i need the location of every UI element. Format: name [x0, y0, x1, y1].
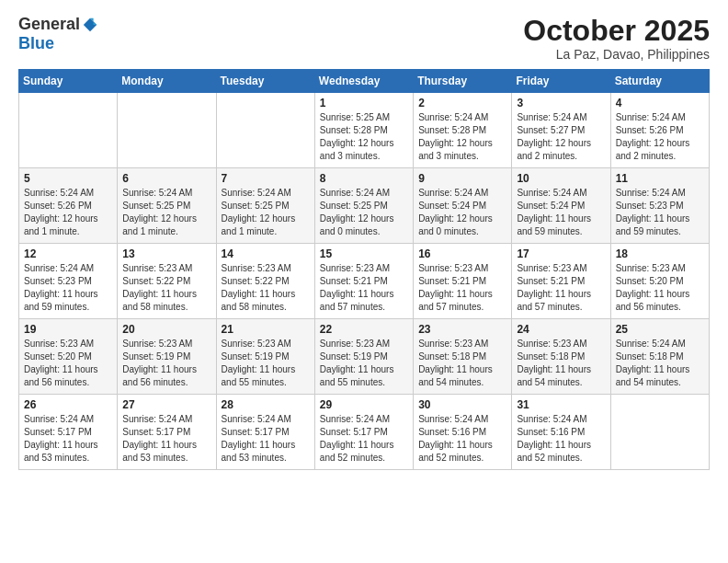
cell-date-number: 13: [122, 247, 210, 260]
page-container: General Blue October 2025 La Paz, Davao,…: [0, 0, 728, 563]
cell-sun-info: Sunrise: 5:23 AM Sunset: 5:21 PM Dayligh…: [517, 262, 605, 314]
cell-sun-info: Sunrise: 5:24 AM Sunset: 5:24 PM Dayligh…: [517, 187, 605, 238]
col-sunday: Sunday: [19, 70, 118, 93]
cell-date-number: 26: [24, 398, 112, 411]
cell-sun-info: Sunrise: 5:23 AM Sunset: 5:22 PM Dayligh…: [222, 262, 310, 314]
cell-sun-info: Sunrise: 5:23 AM Sunset: 5:21 PM Dayligh…: [418, 262, 506, 314]
month-title: October 2025: [523, 15, 710, 47]
cell-sun-info: Sunrise: 5:24 AM Sunset: 5:25 PM Dayligh…: [122, 187, 210, 238]
title-section: October 2025 La Paz, Davao, Philippines: [523, 15, 710, 62]
calendar-week-2: 5Sunrise: 5:24 AM Sunset: 5:26 PM Daylig…: [19, 168, 710, 244]
cell-date-number: 16: [418, 247, 506, 260]
cell-sun-info: Sunrise: 5:23 AM Sunset: 5:20 PM Dayligh…: [24, 338, 112, 389]
cell-date-number: 15: [320, 247, 408, 260]
col-monday: Monday: [118, 70, 216, 93]
cell-date-number: 10: [517, 172, 605, 185]
logo-text: General: [18, 15, 98, 34]
calendar-cell: 16Sunrise: 5:23 AM Sunset: 5:21 PM Dayli…: [414, 244, 512, 319]
col-saturday: Saturday: [610, 70, 709, 93]
calendar-cell: 6Sunrise: 5:24 AM Sunset: 5:25 PM Daylig…: [118, 168, 216, 244]
calendar-cell: 3Sunrise: 5:24 AM Sunset: 5:27 PM Daylig…: [512, 93, 610, 168]
cell-sun-info: Sunrise: 5:24 AM Sunset: 5:24 PM Dayligh…: [418, 187, 506, 238]
cell-date-number: 9: [418, 172, 506, 185]
cell-date-number: 14: [222, 247, 310, 260]
calendar-cell: 8Sunrise: 5:24 AM Sunset: 5:25 PM Daylig…: [314, 168, 413, 244]
calendar-cell: 14Sunrise: 5:23 AM Sunset: 5:22 PM Dayli…: [216, 244, 314, 319]
cell-date-number: 8: [320, 172, 408, 185]
calendar-cell: [118, 93, 216, 168]
cell-date-number: 1: [320, 97, 408, 109]
calendar-cell: 17Sunrise: 5:23 AM Sunset: 5:21 PM Dayli…: [512, 244, 610, 319]
cell-date-number: 11: [616, 172, 704, 185]
cell-date-number: 2: [418, 97, 506, 109]
cell-date-number: 21: [222, 323, 310, 336]
calendar: Sunday Monday Tuesday Wednesday Thursday…: [18, 69, 710, 470]
cell-sun-info: Sunrise: 5:24 AM Sunset: 5:26 PM Dayligh…: [616, 111, 704, 163]
cell-sun-info: Sunrise: 5:25 AM Sunset: 5:28 PM Dayligh…: [320, 111, 408, 163]
cell-sun-info: Sunrise: 5:24 AM Sunset: 5:28 PM Dayligh…: [418, 111, 506, 163]
cell-date-number: 17: [517, 247, 605, 260]
cell-date-number: 24: [517, 323, 605, 336]
cell-sun-info: Sunrise: 5:23 AM Sunset: 5:19 PM Dayligh…: [320, 338, 408, 389]
calendar-cell: 5Sunrise: 5:24 AM Sunset: 5:26 PM Daylig…: [19, 168, 118, 244]
calendar-cell: 12Sunrise: 5:24 AM Sunset: 5:23 PM Dayli…: [19, 244, 118, 319]
cell-sun-info: Sunrise: 5:23 AM Sunset: 5:18 PM Dayligh…: [517, 338, 605, 389]
cell-sun-info: Sunrise: 5:23 AM Sunset: 5:21 PM Dayligh…: [320, 262, 408, 314]
cell-sun-info: Sunrise: 5:24 AM Sunset: 5:17 PM Dayligh…: [122, 413, 210, 465]
cell-sun-info: Sunrise: 5:24 AM Sunset: 5:16 PM Dayligh…: [418, 413, 506, 465]
calendar-cell: 31Sunrise: 5:24 AM Sunset: 5:16 PM Dayli…: [512, 395, 610, 470]
calendar-cell: 19Sunrise: 5:23 AM Sunset: 5:20 PM Dayli…: [19, 319, 118, 395]
cell-sun-info: Sunrise: 5:24 AM Sunset: 5:17 PM Dayligh…: [24, 413, 112, 465]
calendar-cell: 20Sunrise: 5:23 AM Sunset: 5:19 PM Dayli…: [118, 319, 216, 395]
cell-date-number: 22: [320, 323, 408, 336]
cell-date-number: 4: [616, 97, 704, 109]
cell-date-number: 29: [320, 398, 408, 411]
cell-sun-info: Sunrise: 5:24 AM Sunset: 5:23 PM Dayligh…: [616, 187, 704, 238]
calendar-cell: 7Sunrise: 5:24 AM Sunset: 5:25 PM Daylig…: [216, 168, 314, 244]
cell-date-number: 12: [24, 247, 112, 260]
cell-date-number: 25: [616, 323, 704, 336]
cell-sun-info: Sunrise: 5:23 AM Sunset: 5:19 PM Dayligh…: [122, 338, 210, 389]
logo-blue: Blue: [18, 34, 54, 53]
cell-date-number: 30: [418, 398, 506, 411]
calendar-cell: 22Sunrise: 5:23 AM Sunset: 5:19 PM Dayli…: [314, 319, 413, 395]
cell-sun-info: Sunrise: 5:24 AM Sunset: 5:17 PM Dayligh…: [222, 413, 310, 465]
cell-sun-info: Sunrise: 5:23 AM Sunset: 5:18 PM Dayligh…: [418, 338, 506, 389]
calendar-cell: 18Sunrise: 5:23 AM Sunset: 5:20 PM Dayli…: [610, 244, 709, 319]
cell-sun-info: Sunrise: 5:23 AM Sunset: 5:19 PM Dayligh…: [222, 338, 310, 389]
col-friday: Friday: [512, 70, 610, 93]
calendar-cell: 15Sunrise: 5:23 AM Sunset: 5:21 PM Dayli…: [314, 244, 413, 319]
cell-sun-info: Sunrise: 5:24 AM Sunset: 5:25 PM Dayligh…: [320, 187, 408, 238]
calendar-cell: 27Sunrise: 5:24 AM Sunset: 5:17 PM Dayli…: [118, 395, 216, 470]
calendar-cell: 21Sunrise: 5:23 AM Sunset: 5:19 PM Dayli…: [216, 319, 314, 395]
calendar-cell: 29Sunrise: 5:24 AM Sunset: 5:17 PM Dayli…: [314, 395, 413, 470]
calendar-cell: 11Sunrise: 5:24 AM Sunset: 5:23 PM Dayli…: [610, 168, 709, 244]
calendar-cell: 23Sunrise: 5:23 AM Sunset: 5:18 PM Dayli…: [414, 319, 512, 395]
calendar-cell: [610, 395, 709, 470]
cell-date-number: 20: [122, 323, 210, 336]
calendar-cell: 26Sunrise: 5:24 AM Sunset: 5:17 PM Dayli…: [19, 395, 118, 470]
cell-sun-info: Sunrise: 5:24 AM Sunset: 5:26 PM Dayligh…: [24, 187, 112, 238]
calendar-cell: 4Sunrise: 5:24 AM Sunset: 5:26 PM Daylig…: [610, 93, 709, 168]
calendar-week-4: 19Sunrise: 5:23 AM Sunset: 5:20 PM Dayli…: [19, 319, 710, 395]
col-tuesday: Tuesday: [216, 70, 314, 93]
calendar-cell: 28Sunrise: 5:24 AM Sunset: 5:17 PM Dayli…: [216, 395, 314, 470]
cell-date-number: 5: [24, 172, 112, 185]
cell-date-number: 23: [418, 323, 506, 336]
calendar-cell: 30Sunrise: 5:24 AM Sunset: 5:16 PM Dayli…: [414, 395, 512, 470]
cell-date-number: 19: [24, 323, 112, 336]
cell-sun-info: Sunrise: 5:24 AM Sunset: 5:17 PM Dayligh…: [320, 413, 408, 465]
location: La Paz, Davao, Philippines: [523, 47, 710, 62]
col-wednesday: Wednesday: [314, 70, 413, 93]
cell-date-number: 28: [222, 398, 310, 411]
cell-date-number: 18: [616, 247, 704, 260]
cell-sun-info: Sunrise: 5:24 AM Sunset: 5:23 PM Dayligh…: [24, 262, 112, 314]
calendar-cell: 9Sunrise: 5:24 AM Sunset: 5:24 PM Daylig…: [414, 168, 512, 244]
calendar-cell: [19, 93, 118, 168]
calendar-cell: 13Sunrise: 5:23 AM Sunset: 5:22 PM Dayli…: [118, 244, 216, 319]
cell-sun-info: Sunrise: 5:24 AM Sunset: 5:27 PM Dayligh…: [517, 111, 605, 163]
calendar-cell: 25Sunrise: 5:24 AM Sunset: 5:18 PM Dayli…: [610, 319, 709, 395]
logo-general: General: [18, 15, 80, 34]
calendar-week-5: 26Sunrise: 5:24 AM Sunset: 5:17 PM Dayli…: [19, 395, 710, 470]
cell-sun-info: Sunrise: 5:24 AM Sunset: 5:18 PM Dayligh…: [616, 338, 704, 389]
